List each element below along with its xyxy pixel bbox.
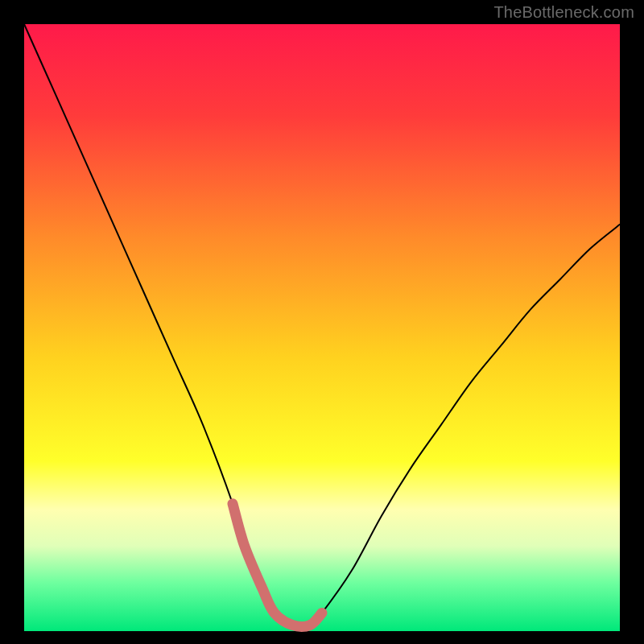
bottleneck-chart (0, 0, 644, 644)
watermark-text: TheBottleneck.com (493, 3, 634, 22)
chart-container: TheBottleneck.com (0, 0, 644, 644)
plot-background (24, 24, 620, 631)
